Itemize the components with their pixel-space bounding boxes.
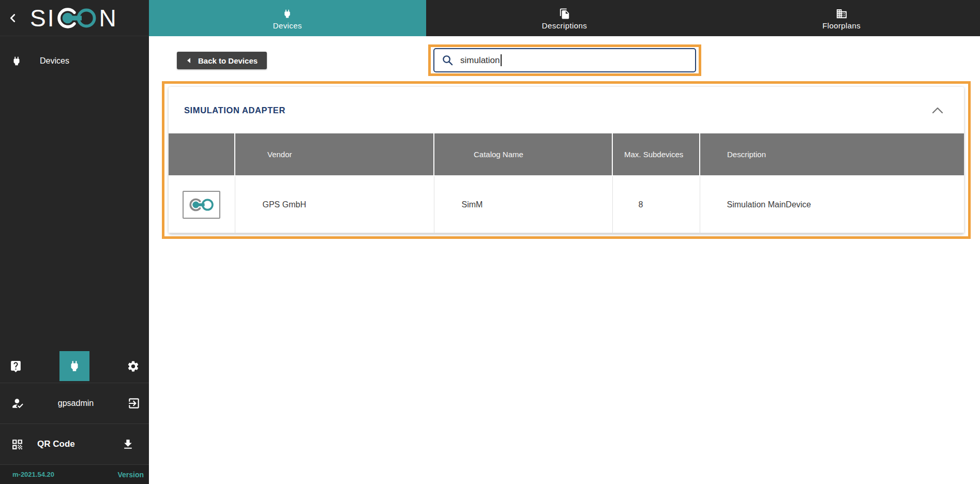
cell-description: Simulation MainDevice — [700, 176, 964, 233]
sidebar-item-devices[interactable]: Devices — [0, 49, 149, 73]
search-highlight-box: simulation — [428, 44, 701, 76]
top-tab-bar: Devices Descriptions Floorplans — [149, 0, 980, 36]
gear-icon[interactable] — [127, 360, 140, 373]
device-logo-cell — [169, 176, 235, 233]
plug-icon — [68, 359, 81, 373]
collapse-sidebar-icon[interactable] — [7, 12, 19, 24]
adapter-table: Vendor Catalog Name Max. Subdevices Desc… — [169, 133, 964, 234]
sidebar-icon-row — [0, 350, 149, 383]
cell-catalog-name: SimM — [434, 176, 612, 233]
cell-vendor: GPS GmbH — [235, 176, 434, 233]
documents-icon — [559, 8, 570, 20]
sidebar-nav: Devices — [0, 36, 149, 73]
sidebar-spacer — [0, 73, 149, 350]
table-row[interactable]: GPS GmbH SimM 8 Simulation MainDevice — [169, 176, 964, 233]
plug-icon — [11, 55, 22, 67]
text-caret — [501, 54, 502, 66]
logo-text-left: SI — [30, 6, 55, 30]
tab-descriptions[interactable]: Descriptions — [426, 0, 703, 36]
download-icon[interactable] — [122, 438, 134, 451]
help-icon[interactable] — [9, 360, 22, 373]
tab-label: Devices — [273, 21, 302, 30]
back-button-label: Back to Devices — [198, 56, 258, 65]
chevron-up-icon[interactable] — [930, 104, 945, 116]
sidebar-header: SI N — [0, 0, 149, 36]
sidebar-item-label: Devices — [40, 56, 69, 66]
logo-text-right: N — [99, 6, 117, 30]
sicon-device-logo — [183, 191, 220, 219]
sidebar: SI N Devices — [0, 0, 149, 484]
username-label: gpsadmin — [24, 399, 127, 408]
search-input[interactable]: simulation — [433, 48, 696, 72]
tab-devices[interactable]: Devices — [149, 0, 426, 36]
results-highlight-box: SIMULATION ADAPTER Vendor Catalog Name M… — [162, 81, 971, 239]
header-catalog-name: Catalog Name — [434, 133, 612, 176]
version-bar: m-2021.54.20 Version — [0, 464, 149, 484]
back-arrow-icon — [186, 57, 191, 64]
sidebar-user-row: gpsadmin — [0, 383, 149, 424]
sicon-logo: SI N — [30, 6, 118, 31]
search-value: simulation — [460, 55, 500, 66]
header-vendor: Vendor — [235, 133, 434, 176]
user-check-icon — [11, 397, 24, 410]
header-description: Description — [700, 133, 964, 176]
panel-header[interactable]: SIMULATION ADAPTER — [169, 87, 964, 133]
active-devices-button[interactable] — [59, 351, 89, 381]
tab-floorplans[interactable]: Floorplans — [703, 0, 980, 36]
logout-icon[interactable] — [127, 397, 141, 410]
panel-title: SIMULATION ADAPTER — [184, 105, 930, 115]
search-icon — [442, 54, 454, 66]
header-max-subdevices: Max. Subdevices — [612, 133, 700, 176]
version-label: Version — [117, 471, 144, 479]
qr-code-label: QR Code — [37, 439, 122, 449]
main-content: Back to Devices simulation SIMULATION AD… — [149, 36, 980, 484]
sidebar-qr-row: QR Code — [0, 424, 149, 464]
version-value: m-2021.54.20 — [12, 471, 54, 478]
back-to-devices-button[interactable]: Back to Devices — [177, 52, 267, 69]
table-header-row: Vendor Catalog Name Max. Subdevices Desc… — [169, 133, 964, 176]
plug-icon — [282, 8, 293, 20]
simulation-adapter-panel: SIMULATION ADAPTER Vendor Catalog Name M… — [169, 87, 964, 234]
building-icon — [836, 8, 848, 20]
header-icon-column — [169, 133, 235, 176]
sicon-logo-mark — [56, 6, 98, 31]
tab-label: Floorplans — [822, 21, 861, 30]
tab-label: Descriptions — [542, 21, 587, 30]
qr-code-icon — [11, 438, 24, 451]
cell-max-subdevices: 8 — [612, 176, 700, 233]
